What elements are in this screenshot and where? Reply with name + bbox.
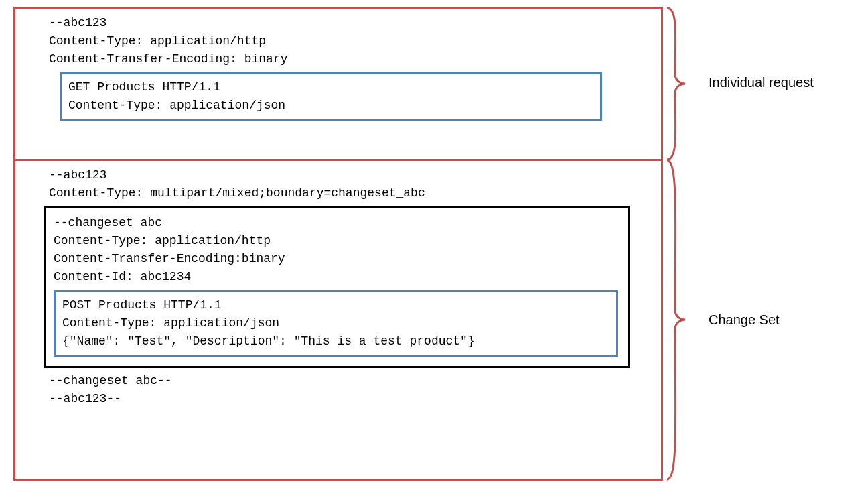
individual-request-box: --abc123 Content-Type: application/http … (13, 7, 663, 161)
change-set-box: --abc123 Content-Type: multipart/mixed;b… (13, 159, 663, 481)
changeset-end-boundary: --changeset_abc-- (49, 372, 656, 390)
content-type-line: Content-Type: application/json (62, 314, 609, 332)
http-request-line: POST Products HTTP/1.1 (62, 296, 609, 314)
boundary-line: --abc123 (49, 166, 656, 184)
get-request-box: GET Products HTTP/1.1 Content-Type: appl… (60, 72, 602, 121)
content-transfer-encoding-line: Content-Transfer-Encoding: binary (49, 50, 656, 68)
content-type-line: Content-Type: application/http (49, 32, 656, 50)
changeset-inner-box: --changeset_abc Content-Type: applicatio… (44, 206, 630, 368)
brace-individual-request (662, 7, 702, 161)
individual-request-label: Individual request (709, 75, 814, 90)
content-transfer-encoding-line: Content-Transfer-Encoding:binary (54, 250, 622, 268)
boundary-line: --abc123 (49, 14, 656, 32)
post-request-box: POST Products HTTP/1.1 Content-Type: app… (54, 290, 618, 357)
change-set-label: Change Set (709, 312, 780, 328)
http-request-line: GET Products HTTP/1.1 (68, 78, 593, 97)
batch-end-boundary: --abc123-- (49, 390, 656, 408)
changeset-boundary-line: --changeset_abc (54, 214, 622, 232)
brace-change-set (662, 159, 702, 481)
content-type-line: Content-Type: application/http (54, 232, 622, 250)
json-body-line: {"Name": "Test", "Description": "This is… (62, 332, 609, 351)
content-type-line: Content-Type: application/json (68, 97, 593, 115)
content-id-line: Content-Id: abc1234 (54, 268, 622, 286)
content-type-line: Content-Type: multipart/mixed;boundary=c… (49, 184, 656, 202)
